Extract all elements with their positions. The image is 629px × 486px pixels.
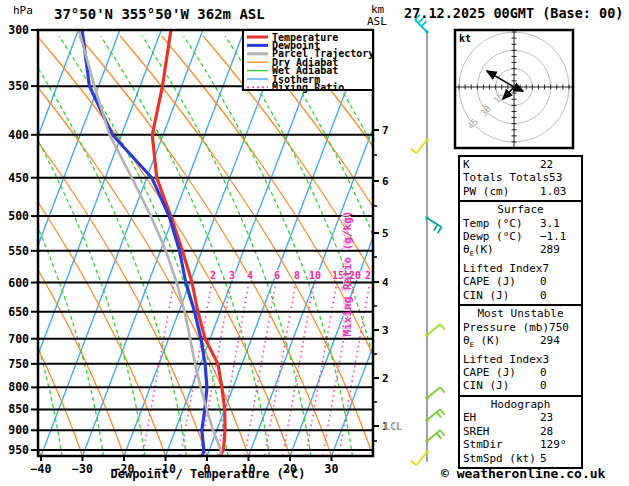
table-row-value: 7 bbox=[542, 262, 578, 275]
table-row-value: 23 bbox=[540, 411, 578, 424]
table-row: CAPE (J)0 bbox=[460, 366, 581, 379]
table-row-label: Lifted Index bbox=[463, 353, 542, 366]
table-row-label: K bbox=[463, 158, 540, 171]
table-row: CIN (J)0 bbox=[460, 379, 581, 392]
wet-adiabat-line bbox=[184, 36, 353, 456]
table-row: CAPE (J)0 bbox=[460, 275, 581, 288]
table-row: Lifted Index7 bbox=[460, 262, 581, 275]
table-row-value: 0 bbox=[540, 289, 578, 302]
table-section: SurfaceTemp (°C)3.1Dewp (°C)−1.1θE(K)289… bbox=[458, 202, 583, 306]
table-row-value: 3.1 bbox=[540, 217, 578, 230]
table-row-label: PW (cm) bbox=[463, 185, 540, 198]
pressure-tick-label: 450 bbox=[8, 171, 29, 185]
km-tick-label: 2 bbox=[382, 372, 389, 385]
wet-adiabat-line bbox=[308, 36, 477, 456]
pressure-tick-label: 600 bbox=[8, 276, 29, 290]
table-row: K22 bbox=[460, 158, 581, 171]
table-row-value: 5 bbox=[540, 452, 578, 465]
dry-adiabat-line bbox=[203, 36, 456, 456]
table-row-value: 22 bbox=[540, 158, 578, 171]
dry-adiabat-line bbox=[577, 36, 629, 456]
table-row-label: CAPE (J) bbox=[463, 275, 540, 288]
table-row-value: 53 bbox=[549, 171, 578, 184]
series-parcel-trajectory bbox=[79, 30, 221, 456]
table-row-label: Pressure (mb) bbox=[463, 321, 549, 334]
km-tick-label: 5 bbox=[382, 227, 389, 240]
table-row-label: Temp (°C) bbox=[463, 217, 540, 230]
table-row: Totals Totals53 bbox=[460, 171, 581, 184]
table-row: θE (K)294 bbox=[460, 334, 581, 353]
wet-adiabat-line bbox=[599, 36, 629, 456]
table-section-header: Hodograph bbox=[460, 398, 581, 411]
table-row-label: Dewp (°C) bbox=[463, 230, 540, 243]
pressure-tick-label: 700 bbox=[8, 332, 29, 346]
table-row: Dewp (°C)−1.1 bbox=[460, 230, 581, 243]
mixing-ratio-label: 2 bbox=[210, 270, 216, 281]
pressure-tick-label: 500 bbox=[8, 209, 29, 223]
table-section: K22Totals Totals53PW (cm)1.03 bbox=[458, 155, 583, 202]
mixing-ratio-axis-label: Mixing Ratio (g/kg) bbox=[341, 181, 355, 366]
pressure-axis-unit: hPa bbox=[13, 4, 33, 17]
table-row-value: 0 bbox=[540, 366, 578, 379]
km-tick-label: 3 bbox=[382, 324, 389, 337]
hodograph-unit-label: kt bbox=[459, 33, 471, 44]
wind-barb bbox=[426, 387, 445, 399]
mixing-ratio-label: 10 bbox=[309, 270, 321, 281]
table-row-label: SREH bbox=[463, 425, 540, 438]
table-row-label: CIN (J) bbox=[463, 289, 540, 302]
table-section: HodographEH23SREH28StmDir129°StmSpd (kt)… bbox=[458, 397, 583, 469]
pressure-tick-label: 900 bbox=[8, 423, 29, 437]
table-row: EH23 bbox=[460, 411, 581, 424]
table-row: Pressure (mb)750 bbox=[460, 321, 581, 334]
mixing-ratio-label: 3 bbox=[229, 270, 235, 281]
table-row: PW (cm)1.03 bbox=[460, 185, 581, 198]
page-title: 37°50'N 355°50'W 362m ASL bbox=[54, 6, 265, 22]
pressure-tick-label: 750 bbox=[8, 357, 29, 371]
table-section: Most UnstablePressure (mb)750θE (K)294Li… bbox=[458, 306, 583, 397]
table-row-value: 129° bbox=[540, 438, 578, 451]
lcl-marker-label: LCL bbox=[384, 421, 402, 432]
isotherm-line bbox=[249, 30, 411, 456]
pressure-tick-label: 850 bbox=[8, 402, 29, 416]
table-row-value: 289 bbox=[540, 243, 578, 262]
wind-barb bbox=[411, 139, 429, 154]
mixing-ratio-label: 6 bbox=[274, 270, 280, 281]
pressure-tick-label: 950 bbox=[8, 443, 29, 457]
wind-barb bbox=[411, 451, 429, 466]
indices-table: K22Totals Totals53PW (cm)1.03SurfaceTemp… bbox=[458, 155, 583, 469]
dry-adiabat-line bbox=[618, 36, 629, 456]
table-row: Temp (°C)3.1 bbox=[460, 217, 581, 230]
pressure-tick-label: 550 bbox=[8, 244, 29, 258]
wind-barb bbox=[426, 217, 442, 233]
table-row-value: 294 bbox=[540, 334, 578, 353]
km-tick-label: 7 bbox=[382, 124, 389, 137]
pressure-tick-label: 400 bbox=[8, 128, 29, 142]
table-row: CIN (J)0 bbox=[460, 289, 581, 302]
mixing-ratio-label: 25 bbox=[365, 270, 377, 281]
table-row-label: StmDir bbox=[463, 438, 540, 451]
mixing-ratio-label: 8 bbox=[294, 270, 300, 281]
dry-adiabat-line bbox=[162, 36, 415, 456]
wind-barb bbox=[426, 324, 445, 336]
table-row-value: 1.03 bbox=[540, 185, 578, 198]
table-section-header: Most Unstable bbox=[460, 307, 581, 320]
table-row-value: 750 bbox=[549, 321, 578, 334]
wind-barb bbox=[426, 430, 445, 442]
table-row-value: 0 bbox=[540, 379, 578, 392]
table-row-value: −1.1 bbox=[540, 230, 578, 243]
table-row-label: EH bbox=[463, 411, 540, 424]
altitude-axis-unit-2: ASL bbox=[367, 15, 387, 28]
table-row-label: Totals Totals bbox=[463, 171, 549, 184]
table-row-label: Lifted Index bbox=[463, 262, 542, 275]
legend-label: Mixing Ratio bbox=[272, 82, 344, 93]
run-date-label: 27.12.2025 00GMT (Base: 00) bbox=[404, 5, 623, 21]
table-row-value: 0 bbox=[540, 275, 578, 288]
table-row-value: 3 bbox=[542, 353, 578, 366]
table-row-label: θE(K) bbox=[463, 243, 540, 262]
table-row: SREH28 bbox=[460, 425, 581, 438]
wet-adiabat-line bbox=[101, 36, 270, 456]
temp-tick-label: −40 bbox=[31, 462, 52, 476]
skewt-sounding-app: { "header": { "title": "37°50'N 355°50'W… bbox=[0, 0, 629, 486]
pressure-tick-label: 350 bbox=[8, 79, 29, 93]
table-row: Lifted Index3 bbox=[460, 353, 581, 366]
